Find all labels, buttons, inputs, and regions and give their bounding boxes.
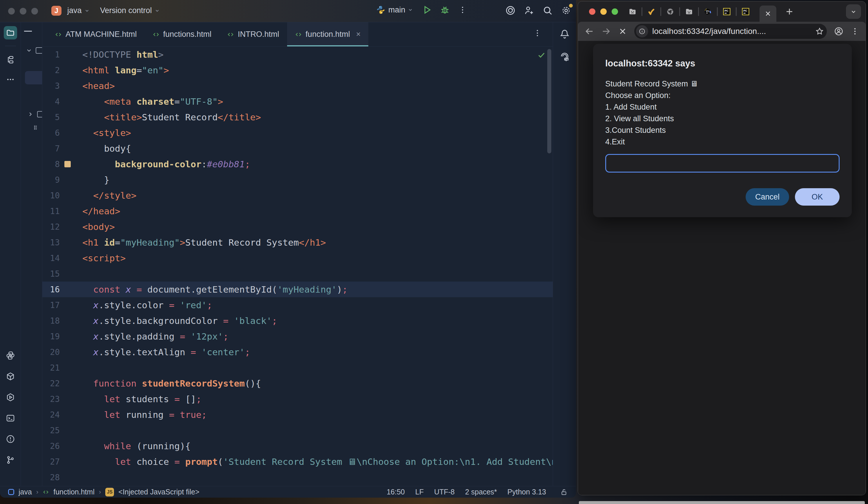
vcs-menu[interactable]: Version control [100, 6, 160, 15]
breadcrumb-file[interactable]: function.html [53, 488, 94, 496]
more-actions-icon[interactable] [458, 6, 467, 14]
tab-functions[interactable]: functions.html [145, 22, 219, 47]
pinned-tab-pycharm-round[interactable]: PC [702, 8, 714, 16]
status-item[interactable]: 16:50 [386, 488, 405, 496]
code-line[interactable]: 6 <style> [42, 125, 553, 141]
code-line[interactable]: 1<!DOCTYPE html> [42, 47, 553, 62]
close-tab-icon[interactable] [764, 10, 772, 18]
python-console-icon[interactable] [6, 351, 15, 360]
status-item[interactable]: Python 3.13 [507, 488, 546, 496]
structure-tool-button[interactable] [4, 53, 17, 66]
code-line[interactable]: 5 <title>Student Record</title> [42, 109, 553, 125]
git-branch-icon[interactable] [6, 455, 15, 465]
code-line[interactable]: 7 body{ [42, 141, 553, 156]
code-line[interactable]: 16 const x = document.getElementById('my… [42, 281, 553, 297]
site-info-button[interactable] [636, 25, 648, 38]
profile-avatar-icon[interactable] [834, 27, 844, 36]
search-everywhere-icon[interactable] [542, 5, 553, 16]
status-item[interactable]: 2 spaces* [465, 488, 497, 496]
run-config-name[interactable]: main [388, 6, 405, 14]
code-line[interactable]: 21 [42, 360, 553, 376]
project-tree-collapsed-row[interactable] [27, 111, 42, 117]
code-line[interactable]: 2<html lang="en"> [42, 62, 553, 78]
code-with-me-icon[interactable] [524, 5, 534, 16]
project-menu[interactable]: java [67, 6, 90, 15]
code-line[interactable]: 18 x.style.backgroundColor = 'black'; [42, 313, 553, 329]
notifications-bell-icon[interactable] [559, 29, 570, 39]
hide-panel-button[interactable] [24, 31, 32, 32]
project-tool-button[interactable] [4, 26, 17, 39]
prompt-input[interactable] [605, 154, 839, 173]
ide-window-controls[interactable] [8, 8, 38, 14]
code-line[interactable]: 14<script> [42, 250, 553, 266]
browser-menu-icon[interactable] [850, 27, 859, 36]
breadcrumb-project[interactable]: java [19, 488, 32, 496]
new-tab-button[interactable] [785, 7, 794, 17]
status-item[interactable]: UTF-8 [434, 488, 455, 496]
pinned-tab-broken-page[interactable] [626, 8, 639, 16]
pinned-tab-chrome[interactable] [664, 8, 676, 16]
project-tree-selected-row[interactable] [25, 71, 42, 84]
close-window-icon[interactable] [8, 8, 15, 14]
code-line[interactable]: 15 [42, 266, 553, 281]
bookmark-star-icon[interactable] [815, 27, 824, 36]
run-button[interactable] [422, 4, 432, 15]
code-line[interactable]: 17 x.style.color = 'red'; [42, 297, 553, 313]
ai-assistant-icon[interactable] [505, 5, 516, 16]
close-tab-icon[interactable]: × [356, 30, 361, 39]
code-editor[interactable]: 1<!DOCTYPE html>2<html lang="en">3<head>… [42, 47, 553, 486]
project-badge[interactable]: J [51, 6, 61, 16]
cancel-button[interactable]: Cancel [746, 188, 789, 206]
minimize-window-icon[interactable] [600, 8, 607, 15]
code-line[interactable]: 22 function studentRecordSystem(){ [42, 376, 553, 391]
project-tree-list-row[interactable] [33, 124, 40, 131]
code-line[interactable]: 12<body> [42, 219, 553, 235]
project-tree-expanded-row[interactable] [26, 47, 42, 54]
code-line[interactable]: 28 [42, 470, 553, 485]
tab-function-active[interactable]: function.html × [287, 22, 369, 47]
tab-search-button[interactable] [846, 4, 861, 19]
code-line[interactable]: 24 let running = true; [42, 407, 553, 422]
code-line[interactable]: 4 <meta charset="UTF-8"> [42, 94, 553, 109]
pinned-tab-pycharm-2[interactable]: PC [739, 8, 752, 16]
browser-window-controls[interactable] [589, 8, 618, 15]
minimize-window-icon[interactable] [20, 8, 27, 14]
back-button[interactable] [585, 27, 594, 36]
tab-options-icon[interactable] [533, 29, 542, 38]
problems-icon[interactable] [6, 434, 15, 444]
editor-scrollbar[interactable] [547, 49, 551, 153]
ok-button[interactable]: OK [795, 188, 839, 206]
address-bar[interactable]: localhost:63342/java/function.... [634, 24, 827, 39]
code-line[interactable]: 8 background-color:#e0bb81; [42, 156, 553, 172]
tab-intro[interactable]: INTRO.html [219, 22, 287, 47]
zoom-window-icon[interactable] [612, 8, 618, 15]
services-icon[interactable] [6, 393, 15, 402]
code-line[interactable]: 27 let choice = prompt('Student Record S… [42, 454, 553, 470]
code-line[interactable]: 9 } [42, 172, 553, 188]
breadcrumb-injected[interactable]: <Injected JavaScript file> [118, 488, 199, 496]
code-line[interactable]: 10 </style> [42, 188, 553, 203]
code-line[interactable]: 25 [42, 422, 553, 438]
unlocked-padlock-icon[interactable] [560, 488, 568, 496]
url-text[interactable]: localhost:63342/java/function.... [652, 27, 811, 36]
stop-loading-button[interactable] [618, 27, 627, 36]
pinned-tab-pycharm-1[interactable]: PC [720, 8, 733, 16]
status-item[interactable]: LF [415, 488, 424, 496]
code-line[interactable]: 19 x.style.padding = '12px'; [42, 329, 553, 344]
active-browser-tab[interactable] [760, 6, 776, 22]
code-line[interactable]: 11</head> [42, 203, 553, 219]
pinned-tab-broken-page-2[interactable] [683, 8, 695, 16]
pinned-tab-checkmark[interactable] [645, 8, 658, 16]
close-window-icon[interactable] [589, 8, 596, 15]
settings-button[interactable] [561, 5, 571, 16]
code-line[interactable]: 23 let students = []; [42, 391, 553, 407]
python-packages-icon[interactable] [6, 372, 15, 381]
code-line[interactable]: 3<head> [42, 78, 553, 94]
color-swatch[interactable] [64, 161, 71, 167]
code-line[interactable]: 20 x.style.textAlign = 'center'; [42, 344, 553, 360]
tab-atm-machine[interactable]: ATM MACHINE.html [47, 22, 145, 47]
code-line[interactable]: 13<h1 id="myHeading">Student Record Syst… [42, 235, 553, 250]
zoom-window-icon[interactable] [31, 8, 38, 14]
code-line[interactable]: 26 while (running){ [42, 438, 553, 454]
more-tools-button[interactable] [4, 73, 17, 86]
